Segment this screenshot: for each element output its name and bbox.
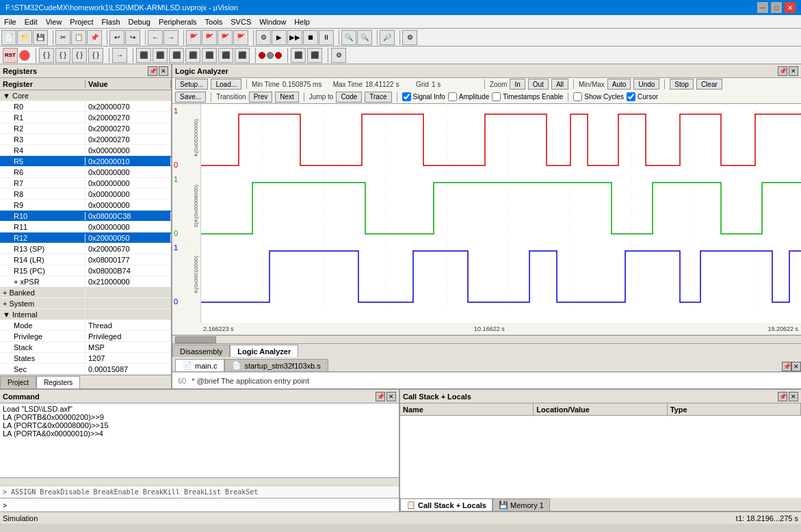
- reg-row-r11[interactable]: R11 0x00000000: [0, 222, 171, 232]
- waveform-svg-container[interactable]: [201, 104, 801, 323]
- core-expand-icon[interactable]: ▼ Core: [0, 92, 86, 100]
- toolbar-settings[interactable]: ⚙: [402, 30, 417, 45]
- toolbar-save[interactable]: 💾: [33, 30, 48, 45]
- cs-pin-btn[interactable]: 📌: [778, 392, 787, 401]
- toolbar-b2[interactable]: ▶: [272, 30, 287, 45]
- undo-btn[interactable]: Undo: [633, 79, 659, 90]
- auto-btn[interactable]: Auto: [607, 79, 631, 90]
- load-button[interactable]: Load...: [211, 79, 241, 90]
- tab-project[interactable]: Project: [0, 376, 36, 388]
- registers-pin-btn[interactable]: 📌: [148, 66, 157, 76]
- toolbar-zoom[interactable]: 🔎: [380, 30, 395, 45]
- source-pin-btn[interactable]: 📌: [782, 362, 791, 371]
- toolbar-stop-red[interactable]: [19, 50, 30, 61]
- toolbar-bk2[interactable]: 🚩: [202, 30, 217, 45]
- toolbar-bookmark[interactable]: 🚩: [186, 30, 201, 45]
- reg-row-r13[interactable]: R13 (SP) 0x20000670: [0, 243, 171, 254]
- la-close-btn[interactable]: ✕: [789, 66, 798, 76]
- btm-tab-memory[interactable]: 💾 Memory 1: [493, 498, 550, 511]
- reg-row-r6[interactable]: R6 0x00000000: [0, 167, 171, 178]
- menu-debug[interactable]: Debug: [124, 15, 155, 28]
- zoom-in-btn[interactable]: In: [510, 79, 525, 90]
- reg-row-r0[interactable]: R0 0x20000070: [0, 101, 171, 112]
- reg-row-xpsr[interactable]: + xPSR 0x21000000: [0, 276, 171, 287]
- close-button[interactable]: ✕: [785, 2, 796, 13]
- maximize-button[interactable]: □: [771, 2, 782, 13]
- toolbar-search2[interactable]: 🔍: [357, 30, 372, 45]
- reg-row-mode[interactable]: Mode Thread: [0, 320, 171, 331]
- signal-info-cb[interactable]: [402, 92, 411, 101]
- toolbar-paste[interactable]: 📌: [87, 30, 102, 45]
- toolbar-redo[interactable]: ↪: [125, 30, 140, 45]
- toolbar-d1[interactable]: ⬛: [136, 48, 151, 63]
- prev-btn[interactable]: Prev: [249, 92, 273, 103]
- stop-btn[interactable]: Stop: [670, 79, 694, 90]
- menu-view[interactable]: View: [42, 15, 66, 28]
- trace-btn[interactable]: Trace: [365, 92, 391, 103]
- cmd-input[interactable]: [7, 501, 396, 509]
- toolbar-circle2[interactable]: [267, 52, 274, 59]
- amplitude-cb[interactable]: [448, 92, 457, 101]
- reg-row-states[interactable]: States 1207: [0, 353, 171, 364]
- reg-row-r10[interactable]: R10 0x08000C38: [0, 211, 171, 222]
- menu-project[interactable]: Project: [66, 15, 97, 28]
- menu-peripherals[interactable]: Peripherals: [155, 15, 201, 28]
- reg-row-sec[interactable]: Sec 0.00015087: [0, 364, 171, 375]
- command-pin-btn[interactable]: 📌: [376, 392, 385, 401]
- menu-file[interactable]: File: [0, 15, 21, 28]
- toolbar-build[interactable]: ⚙: [256, 30, 271, 45]
- toolbar-d6[interactable]: ⬛: [218, 48, 233, 63]
- toolbar-d2[interactable]: ⬛: [153, 48, 168, 63]
- btm-tab-callstack[interactable]: 📋 Call Stack + Locals: [400, 498, 493, 511]
- toolbar-circle3[interactable]: [275, 52, 282, 59]
- toolbar-forward[interactable]: →: [163, 30, 179, 45]
- toolbar-undo[interactable]: ↩: [109, 30, 124, 45]
- timestamps-cb[interactable]: [492, 92, 501, 101]
- toolbar-search1[interactable]: 🔍: [341, 30, 356, 45]
- cursor-cb[interactable]: [627, 92, 635, 101]
- tab-disassembly[interactable]: Disassembly: [172, 345, 230, 357]
- toolbar-bk3[interactable]: 🚩: [218, 30, 233, 45]
- toolbar-braces4[interactable]: { }: [88, 48, 103, 63]
- toolbar-braces2[interactable]: { }: [55, 48, 70, 63]
- tab-registers[interactable]: Registers: [36, 376, 80, 388]
- reg-row-privilege[interactable]: Privilege Privileged: [0, 331, 171, 342]
- show-cycles-cb[interactable]: [573, 92, 582, 101]
- reg-row-r5[interactable]: R5 0x20000010: [0, 156, 171, 167]
- banked-expand[interactable]: + Banked: [0, 289, 86, 297]
- source-tab-main[interactable]: 📄 main.c: [175, 359, 224, 371]
- zoom-all-btn[interactable]: All: [551, 79, 568, 90]
- toolbar-b3[interactable]: ▶▶: [287, 30, 302, 45]
- toolbar-bk4[interactable]: 🚩: [233, 30, 248, 45]
- toolbar-d4[interactable]: ⬛: [185, 48, 200, 63]
- toolbar-copy[interactable]: 📋: [71, 30, 86, 45]
- system-expand[interactable]: + System: [0, 300, 86, 308]
- source-close-btn[interactable]: ✕: [791, 362, 801, 371]
- reg-row-r4[interactable]: R4 0x00000000: [0, 145, 171, 156]
- menu-flash[interactable]: Flash: [98, 15, 124, 28]
- horizontal-scrollbar[interactable]: [172, 335, 801, 343]
- reg-row-r15[interactable]: R15 (PC) 0x08000B74: [0, 265, 171, 276]
- toolbar-circle1[interactable]: [259, 52, 265, 59]
- cs-close-btn[interactable]: ✕: [789, 392, 798, 401]
- save-button[interactable]: Save...: [175, 92, 206, 103]
- menu-svcs[interactable]: SVCS: [226, 15, 255, 28]
- source-tab-startup[interactable]: 📄 startup_stm32f103xb.s: [224, 359, 328, 371]
- toolbar-d5[interactable]: ⬛: [202, 48, 217, 63]
- toolbar-back[interactable]: ←: [148, 30, 163, 45]
- reg-row-r7[interactable]: R7 0x00000000: [0, 178, 171, 189]
- menu-tools[interactable]: Tools: [201, 15, 227, 28]
- command-close-btn[interactable]: ✕: [386, 392, 396, 401]
- reg-row-r12[interactable]: R12 0x20000050: [0, 232, 171, 243]
- reg-row-r14[interactable]: R14 (LR) 0x08000177: [0, 254, 171, 265]
- reg-row-r8[interactable]: R8 0x00000000: [0, 189, 171, 200]
- toolbar-gear[interactable]: ⚙: [331, 48, 346, 63]
- cmd-scrollbar-h[interactable]: [0, 477, 399, 486]
- minimize-button[interactable]: ─: [757, 2, 768, 13]
- toolbar-cut[interactable]: ✂: [55, 30, 70, 45]
- reg-row-r2[interactable]: R2 0x20000270: [0, 123, 171, 134]
- reg-row-r3[interactable]: R3 0x20000270: [0, 134, 171, 145]
- toolbar-braces3[interactable]: { }: [72, 48, 87, 63]
- tab-logic-analyzer[interactable]: Logic Analyzer: [230, 345, 298, 357]
- menu-help[interactable]: Help: [290, 15, 314, 28]
